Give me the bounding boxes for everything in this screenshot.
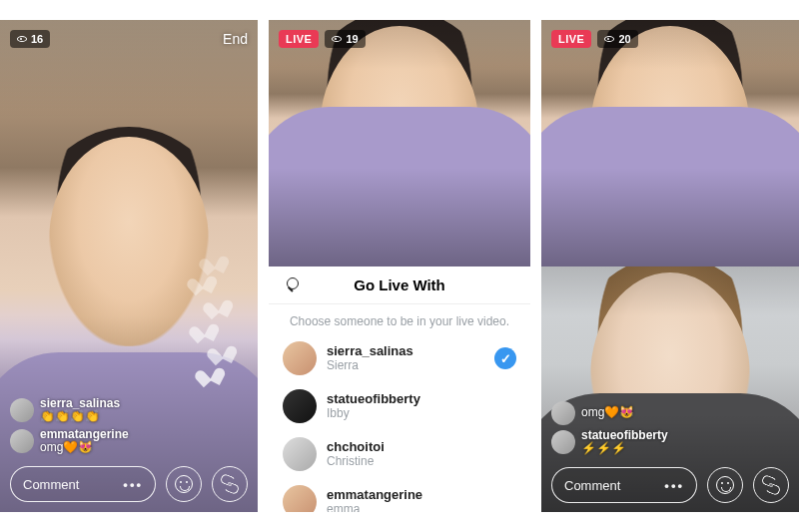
comment-input[interactable]: Comment ••• [551,467,697,503]
display-name: Christine [327,455,516,468]
comment-text: omg🧡😻 [40,441,129,454]
search-icon[interactable] [279,277,295,293]
user-row[interactable]: sierra_salinas Sierra ✓ [269,334,530,382]
viewer-count-pill[interactable]: 16 [10,30,50,48]
switch-camera-button[interactable] [753,467,789,503]
panel-header: Go Live With [269,266,530,304]
switch-camera-button[interactable] [212,466,248,502]
user-row[interactable]: statueofibberty Ibby [269,382,530,430]
face-filters-button[interactable] [707,467,743,503]
switch-camera-icon [762,476,780,494]
viewer-count: 16 [31,33,43,45]
comment-text: 👏👏👏👏 [40,410,120,423]
avatar [283,389,317,423]
avatar [283,437,317,471]
comment-placeholder: Comment [23,477,79,492]
comment-item: statueofibberty ⚡⚡⚡ [551,429,789,455]
eye-icon [332,36,342,42]
username: chchoitoi [327,440,516,454]
viewer-count: 20 [618,33,630,45]
eye-icon [604,36,614,42]
avatar [10,398,34,422]
user-row[interactable]: emmatangerine emma [269,478,530,512]
switch-camera-icon [221,475,239,493]
comment-feed: sierra_salinas 👏👏👏👏 emmatangerine omg🧡😻 [10,397,248,454]
live-broadcast-screen: 16 End sierra_salinas 👏👏👏👏 [0,20,258,512]
go-live-with-screen: LIVE 19 Go Live With Choose someone to b… [269,20,530,512]
hearts-stream [180,243,250,382]
eye-icon [17,36,27,42]
more-icon[interactable]: ••• [664,478,684,493]
avatar [551,401,575,425]
display-name: emma [327,503,516,512]
panel-subtitle: Choose someone to be in your live video. [269,304,530,334]
live-badge: LIVE [279,30,319,48]
split-live-screen: LIVE 20 omg🧡😻 statueofibber [541,20,799,512]
username: emmatangerine [327,488,516,502]
comment-text: ⚡⚡⚡ [581,442,668,455]
display-name: Ibby [327,407,516,420]
username: statueofibberty [327,392,516,406]
face-filters-button[interactable] [166,466,202,502]
go-live-with-panel: Go Live With Choose someone to be in you… [269,266,530,512]
live-badge: LIVE [551,30,591,48]
comment-item: sierra_salinas 👏👏👏👏 [10,397,248,423]
comment-text: omg🧡😻 [581,406,634,419]
comment-user: emmatangerine [40,428,129,441]
smiley-icon [716,476,734,494]
comment-item: emmatangerine omg🧡😻 [10,428,248,454]
selected-check-icon: ✓ [494,347,516,369]
end-button[interactable]: End [223,31,248,47]
username: sierra_salinas [327,344,484,358]
viewer-count: 19 [346,33,358,45]
live-video-self: 16 End sierra_salinas 👏👏👏👏 [0,20,258,512]
viewer-count-pill[interactable]: 19 [325,30,365,48]
user-list: sierra_salinas Sierra ✓ statueofibberty … [269,334,530,512]
avatar [551,430,575,454]
avatar [283,341,317,375]
viewer-count-pill[interactable]: 20 [597,30,637,48]
live-video-guest: omg🧡😻 statueofibberty ⚡⚡⚡ Comment ••• [541,266,799,512]
more-icon[interactable]: ••• [123,477,143,492]
display-name: Sierra [327,359,484,372]
comment-feed: omg🧡😻 statueofibberty ⚡⚡⚡ [551,401,789,455]
comment-user: statueofibberty [581,429,668,442]
panel-title: Go Live With [354,276,445,293]
live-video-self: LIVE 20 [541,20,799,266]
comment-input[interactable]: Comment ••• [10,466,156,502]
user-row[interactable]: chchoitoi Christine [269,430,530,478]
live-video-self: LIVE 19 [269,20,530,266]
comment-item: omg🧡😻 [551,401,789,425]
avatar [283,485,317,512]
comment-placeholder: Comment [564,478,620,493]
avatar [10,429,34,453]
smiley-icon [175,475,193,493]
